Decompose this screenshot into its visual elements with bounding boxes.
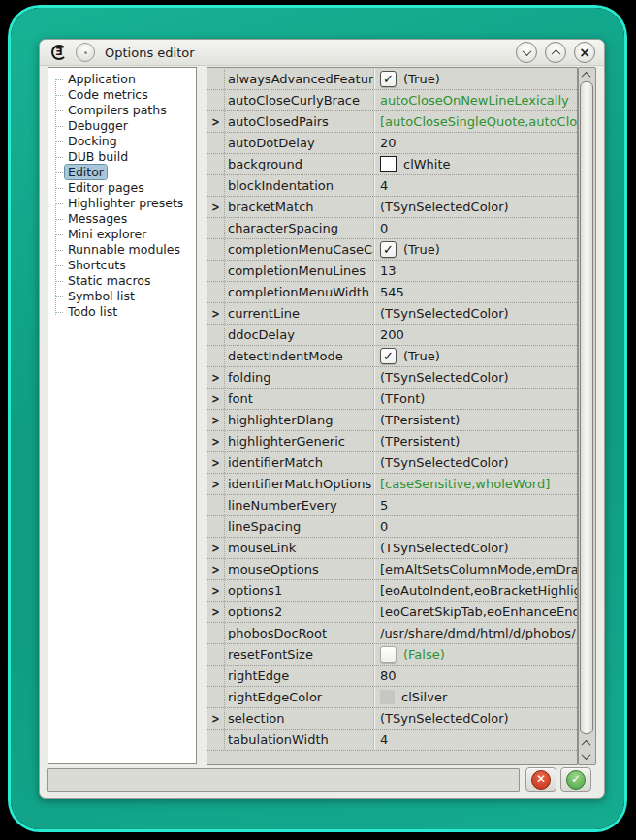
property-value[interactable]: 20 — [373, 133, 577, 153]
property-value[interactable]: 200 — [373, 325, 577, 345]
property-value[interactable]: ✓(True) — [373, 239, 577, 260]
property-row-tabulationWidth[interactable]: tabulationWidth4 — [207, 730, 577, 751]
property-value[interactable]: [eoAutoIndent,eoBracketHighlight — [373, 580, 577, 601]
scrollbar-thumb[interactable] — [580, 81, 593, 734]
sidebar-item-debugger[interactable]: Debugger — [48, 118, 196, 134]
property-value[interactable]: clSilver — [373, 687, 577, 707]
property-row-phobosDocRoot[interactable]: phobosDocRoot/usr/share/dmd/html/d/phobo… — [207, 623, 577, 644]
expand-arrow-icon[interactable]: > — [211, 606, 219, 618]
property-row-lineNumberEvery[interactable]: lineNumberEvery5 — [207, 495, 577, 516]
property-row-highlighterGeneric[interactable]: >highlighterGeneric(TPersistent) — [207, 431, 577, 452]
property-row-identifierMatch[interactable]: >identifierMatch(TSynSelectedColor) — [207, 452, 577, 474]
property-value[interactable]: (TPersistent) — [373, 431, 577, 451]
expand-arrow-icon[interactable]: > — [211, 392, 219, 405]
property-row-characterSpacing[interactable]: characterSpacing0 — [207, 218, 577, 239]
property-value[interactable]: (TPersistent) — [373, 410, 577, 430]
property-value[interactable]: 0 — [373, 218, 577, 238]
sidebar-item-messages[interactable]: Messages — [48, 211, 196, 227]
property-row-rightEdgeColor[interactable]: rightEdgeColorclSilver — [207, 687, 577, 708]
property-value[interactable]: (TSynSelectedColor) — [373, 303, 577, 324]
property-value[interactable]: [eoCaretSkipTab,eoEnhanceEndKe — [373, 602, 577, 622]
checkbox-unchecked-icon[interactable] — [380, 646, 397, 663]
sidebar-item-application[interactable]: Application — [48, 72, 196, 87]
property-value[interactable]: (TFont) — [373, 389, 577, 409]
sidebar-item-dub-build[interactable]: DUB build — [48, 149, 196, 165]
vertical-scrollbar[interactable] — [578, 67, 596, 765]
property-value[interactable]: 4 — [373, 730, 577, 750]
property-row-detectIndentMode[interactable]: detectIndentMode✓(True) — [207, 346, 577, 367]
expand-arrow-icon[interactable]: > — [211, 712, 219, 725]
property-value[interactable]: 80 — [373, 666, 577, 686]
property-row-font[interactable]: >font(TFont) — [207, 389, 577, 410]
expand-arrow-icon[interactable]: > — [211, 201, 219, 213]
property-row-selection[interactable]: >selection(TSynSelectedColor) — [207, 708, 577, 730]
shade-button[interactable] — [516, 42, 537, 63]
property-value[interactable]: [caseSensitive,wholeWord] — [373, 474, 577, 494]
expand-arrow-icon[interactable]: > — [211, 307, 219, 320]
property-row-options1[interactable]: >options1[eoAutoIndent,eoBracketHighligh… — [207, 580, 577, 602]
sidebar-item-editor-pages[interactable]: Editor pages — [48, 180, 196, 196]
property-row-highlighterDlang[interactable]: >highlighterDlang(TPersistent) — [207, 410, 577, 431]
property-row-alwaysAdvancedFeatures[interactable]: alwaysAdvancedFeatures✓(True) — [207, 69, 577, 90]
expand-arrow-icon[interactable]: > — [211, 435, 219, 448]
expand-arrow-icon[interactable]: > — [211, 584, 219, 597]
scroll-up-icon[interactable] — [582, 72, 591, 81]
property-value[interactable]: (TSynSelectedColor) — [373, 538, 577, 558]
accept-button[interactable]: ✓ — [560, 767, 591, 792]
sidebar-item-compilers-paths[interactable]: Compilers paths — [48, 103, 196, 118]
property-row-autoDotDelay[interactable]: autoDotDelay20 — [207, 133, 577, 154]
property-value[interactable]: [emAltSetsColumnMode,emDragDr — [373, 559, 577, 579]
property-row-blockIndentation[interactable]: blockIndentation4 — [207, 175, 577, 197]
property-row-folding[interactable]: >folding(TSynSelectedColor) — [207, 367, 577, 389]
checkbox-checked-icon[interactable]: ✓ — [380, 241, 397, 258]
property-row-bracketMatch[interactable]: >bracketMatch(TSynSelectedColor) — [207, 197, 577, 218]
property-value[interactable]: 0 — [373, 516, 577, 537]
expand-arrow-icon[interactable]: > — [211, 563, 219, 576]
expand-arrow-icon[interactable]: > — [211, 371, 219, 384]
property-value[interactable]: (False) — [373, 644, 577, 665]
property-value[interactable]: 4 — [373, 175, 577, 196]
property-row-completionMenuWidth[interactable]: completionMenuWidth545 — [207, 282, 577, 303]
sidebar-item-symbol-list[interactable]: Symbol list — [48, 289, 196, 304]
property-value[interactable]: (TSynSelectedColor) — [373, 367, 577, 388]
property-row-ddocDelay[interactable]: ddocDelay200 — [207, 325, 577, 346]
sidebar-item-todo-list[interactable]: Todo list — [48, 304, 196, 320]
property-row-completionMenuCaseCare[interactable]: completionMenuCaseCare✓(True) — [207, 239, 577, 261]
maximize-button[interactable] — [545, 42, 566, 63]
sidebar-item-highlighter-presets[interactable]: Highlighter presets — [48, 196, 196, 211]
property-value[interactable]: autoCloseOnNewLineLexically — [373, 90, 577, 110]
property-row-mouseLink[interactable]: >mouseLink(TSynSelectedColor) — [207, 538, 577, 559]
property-value[interactable]: 13 — [373, 261, 577, 281]
scroll-up-icon[interactable] — [582, 740, 591, 750]
sidebar-item-shortcuts[interactable]: Shortcuts — [48, 258, 196, 273]
checkbox-checked-icon[interactable]: ✓ — [380, 71, 397, 87]
close-button[interactable]: × — [574, 42, 595, 63]
expand-arrow-icon[interactable]: > — [211, 478, 219, 490]
property-row-resetFontSize[interactable]: resetFontSize(False) — [207, 644, 577, 666]
property-row-lineSpacing[interactable]: lineSpacing0 — [207, 516, 577, 538]
property-value[interactable]: (TSynSelectedColor) — [373, 708, 577, 729]
expand-arrow-icon[interactable]: > — [211, 414, 219, 426]
property-value[interactable]: 5 — [373, 495, 577, 515]
property-row-currentLine[interactable]: >currentLine(TSynSelectedColor) — [207, 303, 577, 325]
property-row-options2[interactable]: >options2[eoCaretSkipTab,eoEnhanceEndKe — [207, 602, 577, 623]
property-row-background[interactable]: backgroundclWhite — [207, 154, 577, 175]
property-row-autoClosedPairs[interactable]: >autoClosedPairs[autoCloseSingleQuote,au… — [207, 111, 577, 133]
sidebar-item-code-metrics[interactable]: Code metrics — [48, 87, 196, 103]
property-value[interactable]: [autoCloseSingleQuote,autoCloseD — [373, 111, 577, 132]
titlebar[interactable]: Ǝ Options editor × — [40, 40, 604, 66]
sidebar-item-runnable-modules[interactable]: Runnable modules — [48, 242, 196, 258]
checkbox-checked-icon[interactable]: ✓ — [380, 348, 397, 364]
property-value[interactable]: (TSynSelectedColor) — [373, 452, 577, 473]
property-value[interactable]: ✓(True) — [373, 69, 577, 89]
sidebar-item-docking[interactable]: Docking — [48, 134, 196, 149]
property-row-rightEdge[interactable]: rightEdge80 — [207, 666, 577, 687]
sidebar-item-editor[interactable]: Editor — [48, 165, 196, 180]
property-value[interactable]: /usr/share/dmd/html/d/phobos/ — [373, 623, 577, 643]
expand-arrow-icon[interactable]: > — [211, 542, 219, 554]
property-value[interactable]: clWhite — [373, 154, 577, 174]
expand-arrow-icon[interactable]: > — [211, 115, 219, 128]
property-value[interactable]: 545 — [373, 282, 577, 302]
window-menu-button[interactable] — [76, 43, 95, 62]
property-value[interactable]: (TSynSelectedColor) — [373, 197, 577, 217]
